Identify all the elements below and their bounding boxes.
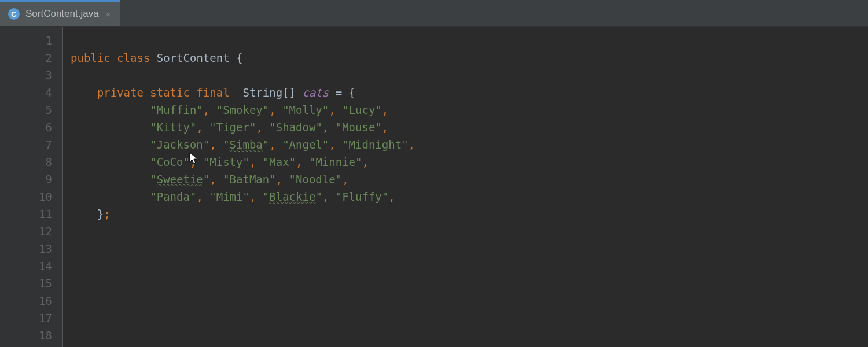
line-number[interactable]: 14 (0, 257, 62, 275)
code-line[interactable]: "CoCo", "Misty", "Max", "Minnie", (71, 153, 868, 171)
code-area[interactable]: public class SortContent { private stati… (63, 27, 868, 347)
editor: 1 2 3 4 5 6 7 8 9 10 11 12 13 14 15 16 1… (0, 27, 868, 347)
code-line[interactable] (71, 67, 868, 84)
tab-filename: SortContent.java (25, 8, 99, 20)
line-number[interactable]: 5 (0, 101, 62, 119)
code-line[interactable]: "Muffin", "Smokey", "Molly", "Lucy", (71, 101, 868, 119)
code-line[interactable]: }; (71, 205, 868, 223)
tab-bar: C SortContent.java × (0, 0, 868, 27)
code-line[interactable]: public class SortContent { (71, 49, 868, 67)
line-number[interactable]: 1 (0, 32, 62, 49)
line-number[interactable]: 3 (0, 67, 62, 84)
line-number[interactable]: 9 (0, 171, 62, 188)
line-number[interactable]: 10 (0, 188, 62, 205)
code-line[interactable]: "Kitty", "Tiger", "Shadow", "Mouse", (71, 119, 868, 136)
close-icon[interactable]: × (105, 9, 112, 19)
java-class-icon: C (8, 8, 20, 20)
line-number[interactable]: 13 (0, 240, 62, 257)
line-number[interactable]: 15 (0, 275, 62, 292)
code-line[interactable] (71, 32, 868, 49)
line-number[interactable]: 6 (0, 119, 62, 136)
line-number[interactable]: 4 (0, 84, 62, 101)
line-number[interactable]: 2 (0, 49, 62, 67)
line-number[interactable]: 17 (0, 309, 62, 327)
code-line[interactable]: private static final String[] cats = { (71, 84, 868, 101)
line-number[interactable]: 7 (0, 136, 62, 153)
line-number[interactable]: 8 (0, 153, 62, 171)
code-line[interactable]: "Panda", "Mimi", "Blackie", "Fluffy", (71, 188, 868, 205)
line-number[interactable]: 18 (0, 327, 62, 344)
line-number[interactable]: 16 (0, 292, 62, 309)
line-number[interactable]: 11 (0, 205, 62, 223)
file-tab[interactable]: C SortContent.java × (0, 0, 120, 26)
gutter: 1 2 3 4 5 6 7 8 9 10 11 12 13 14 15 16 1… (0, 27, 63, 347)
line-number[interactable]: 12 (0, 223, 62, 240)
code-line[interactable]: "Jackson", "Simba", "Angel", "Midnight", (71, 136, 868, 153)
code-line[interactable]: "Sweetie", "BatMan", "Noodle", (71, 171, 868, 188)
